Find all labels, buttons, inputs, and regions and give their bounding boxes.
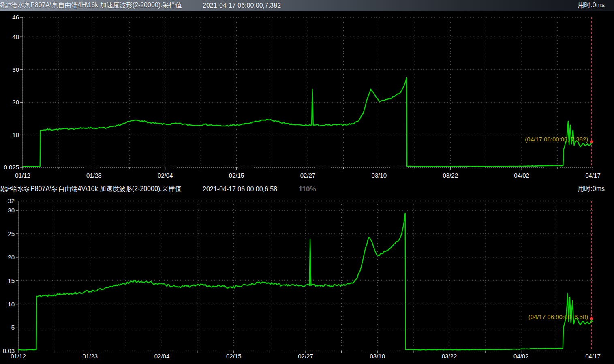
- svg-text:40: 40: [12, 33, 19, 40]
- svg-text:01/23: 01/23: [82, 353, 98, 360]
- svg-text:04/02: 04/02: [513, 353, 529, 360]
- cursor-annotation: (04/17 06:00:00, 7.382): [525, 136, 588, 143]
- zoom-level-indicator: 110%: [299, 185, 316, 193]
- svg-text:01/12: 01/12: [15, 172, 30, 179]
- svg-text:03/10: 03/10: [372, 172, 387, 179]
- y-axis-ticks: 32302520151050.03: [3, 197, 18, 354]
- chart1-cursor-datetime-value: 2021-04-17 06:00:00,7.382: [203, 2, 281, 9]
- svg-text:02/15: 02/15: [226, 353, 242, 360]
- svg-text:04/17: 04/17: [585, 172, 601, 179]
- trend-plot-svg-4v[interactable]: 32302520151050.0301/1201/2302/0402/1502/…: [0, 195, 614, 364]
- svg-text:25: 25: [8, 230, 15, 237]
- y-axis-ticks: 46403020100.025: [4, 14, 23, 171]
- cursor-annotation: (04/17 06:00:00, 6.58): [528, 313, 588, 320]
- svg-text:02/04: 02/04: [154, 353, 170, 360]
- cursor-marker-star: *: [590, 315, 594, 325]
- x-axis-ticks: 01/1201/2302/0402/1502/2703/1003/2204/02…: [15, 167, 601, 179]
- svg-text:5: 5: [11, 324, 15, 331]
- svg-text:02/27: 02/27: [298, 353, 313, 360]
- trend-chart-4v[interactable]: 32302520151050.0301/1201/2302/0402/1502/…: [0, 195, 614, 364]
- svg-text:10: 10: [12, 131, 19, 138]
- trend-plot-svg-4h[interactable]: 46403020100.02501/1201/2302/0402/1502/27…: [0, 11, 614, 182]
- chart1-elapsed-time: 用时:0ms: [578, 1, 614, 10]
- cursor-marker-star: *: [590, 138, 594, 149]
- trend-line: [23, 78, 593, 167]
- svg-text:20: 20: [12, 98, 19, 105]
- svg-text:0.025: 0.025: [4, 164, 19, 171]
- svg-text:02/15: 02/15: [229, 172, 244, 179]
- chart1-header: 锅炉给水泵P807A\泵自由端4H\16k 加速度波形(2-20000).采样值…: [0, 0, 614, 11]
- svg-text:04/17: 04/17: [585, 353, 601, 360]
- trend-chart-4h[interactable]: 46403020100.02501/1201/2302/0402/1502/27…: [0, 11, 614, 184]
- svg-text:32: 32: [8, 197, 15, 204]
- x-axis-ticks: 01/1201/2302/0402/1502/2703/1003/2204/02…: [11, 351, 601, 360]
- chart2-title: 锅炉给水泵P807A\泵自由端4V\16k 加速度波形(2-20000).采样值: [0, 185, 203, 193]
- svg-text:01/23: 01/23: [86, 172, 102, 179]
- svg-text:30: 30: [12, 66, 19, 73]
- svg-text:02/04: 02/04: [158, 172, 173, 179]
- trend-app-window: 锅炉给水泵P807A\泵自由端4H\16k 加速度波形(2-20000).采样值…: [0, 0, 614, 364]
- svg-text:03/10: 03/10: [370, 353, 385, 360]
- svg-text:10: 10: [8, 301, 15, 308]
- svg-text:30: 30: [8, 207, 15, 214]
- svg-text:03/22: 03/22: [443, 172, 458, 179]
- svg-text:02/27: 02/27: [300, 172, 316, 179]
- chart2-cursor-datetime-value: 2021-04-17 06:00:00,6.58: [203, 186, 277, 193]
- chart1-title: 锅炉给水泵P807A\泵自由端4H\16k 加速度波形(2-20000).采样值: [0, 1, 203, 10]
- svg-text:03/22: 03/22: [442, 353, 457, 360]
- svg-text:20: 20: [8, 254, 15, 261]
- svg-text:15: 15: [8, 277, 15, 284]
- svg-text:04/02: 04/02: [514, 172, 529, 179]
- svg-text:01/12: 01/12: [11, 353, 26, 360]
- chart2-elapsed-time: 用时:0ms: [578, 185, 614, 193]
- grid-lines: [23, 17, 593, 167]
- svg-text:46: 46: [12, 14, 19, 21]
- grid-lines: [18, 201, 593, 351]
